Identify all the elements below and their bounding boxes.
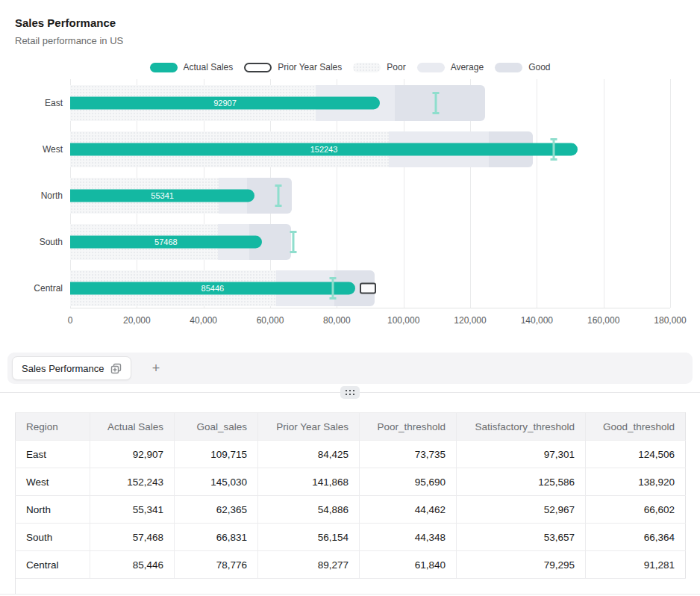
x-axis-line	[70, 308, 670, 308]
splitter-drag-handle[interactable]	[340, 386, 360, 399]
goal-marker-east[interactable]	[433, 92, 440, 114]
table-cell: 73,735	[360, 441, 457, 468]
gridline	[670, 79, 671, 308]
table-cell: 56,154	[258, 524, 360, 551]
table-cell: 91,281	[586, 551, 686, 579]
table-cell: 145,030	[175, 468, 258, 496]
goal-marker-stem	[292, 232, 294, 252]
x-tick-label: 80,000	[323, 315, 351, 326]
table-cell: 124,506	[586, 441, 686, 468]
table-header-cell: Good_threshold	[586, 413, 686, 441]
table-header-cell: Poor_threshold	[360, 413, 457, 441]
table-cell: 53,657	[457, 524, 586, 551]
table-cell: 57,468	[90, 524, 175, 551]
table-cell: East	[16, 441, 90, 468]
table-cell: 125,586	[457, 468, 586, 496]
table-header-cell: Satisfactory_threshold	[457, 413, 586, 441]
x-tick-label: 0	[68, 315, 73, 326]
table-header-cell: Goal_sales	[175, 413, 258, 441]
table-cell: 152,243	[90, 468, 175, 496]
x-tick-label: 120,000	[454, 315, 486, 326]
bar-value-label-central: 85446	[201, 284, 225, 293]
data-table: RegionActual SalesGoal_salesPrior Year S…	[15, 412, 686, 579]
goal-marker-cap	[329, 297, 336, 299]
table-cell: 62,365	[175, 496, 258, 524]
category-label-south: South	[0, 237, 63, 247]
x-tick-label: 100,000	[387, 315, 419, 326]
goal-marker-cap	[433, 112, 440, 114]
table-cell: 52,967	[457, 496, 586, 524]
duplicate-sheet-icon[interactable]	[110, 363, 122, 374]
category-label-north: North	[0, 190, 63, 201]
bar-value-label-south: 57468	[154, 238, 178, 246]
goal-marker-cap	[550, 158, 557, 161]
prior-year-marker-central[interactable]	[360, 283, 376, 294]
table-cell: 61,840	[360, 551, 457, 579]
table-cell: 44,462	[360, 496, 457, 524]
table-cell: 97,301	[457, 441, 586, 468]
goal-marker-stem	[331, 279, 334, 298]
bottom-divider	[0, 594, 700, 595]
goal-marker-south[interactable]	[290, 231, 296, 253]
table-cell: 109,715	[175, 441, 258, 468]
tab-label: Sales Performance	[22, 363, 104, 374]
table-cell: 92,907	[90, 441, 175, 468]
x-tick-label: 140,000	[521, 315, 553, 326]
sheet-tab-bar: Sales Performance +	[7, 353, 693, 384]
bar-value-label-north: 55341	[151, 191, 174, 200]
tab-sales-performance[interactable]: Sales Performance	[12, 356, 131, 380]
bar-value-label-east: 92907	[213, 99, 237, 108]
table-cell: 66,831	[175, 524, 258, 551]
x-tick-label: 40,000	[190, 315, 217, 326]
table-cell: West	[16, 468, 90, 496]
table-row: Central85,44678,77689,27761,84079,29591,…	[16, 551, 686, 579]
table-row: South57,46866,83156,15444,34853,65766,36…	[16, 524, 686, 551]
goal-marker-stem	[277, 186, 279, 205]
table-cell: 85,446	[90, 551, 175, 579]
gridline	[537, 79, 537, 308]
table-row: West152,243145,030141,86895,690125,58613…	[16, 468, 686, 496]
table-row: East92,907109,71584,42573,73597,301124,5…	[16, 441, 686, 468]
goal-marker-stem	[435, 93, 437, 113]
table-cell: 79,295	[457, 551, 586, 579]
table-cell: South	[16, 524, 90, 551]
x-tick-label: 20,000	[123, 315, 151, 326]
gridline	[604, 79, 604, 308]
category-label-east: East	[0, 98, 63, 108]
grip-dots-icon	[346, 390, 354, 395]
bullet-chart: 020,00040,00060,00080,000100,000120,0001…	[0, 0, 700, 336]
goal-marker-cap	[290, 251, 296, 253]
table-cell: 95,690	[360, 468, 457, 496]
table-cell: 138,920	[586, 468, 686, 496]
x-tick-label: 180,000	[654, 315, 686, 326]
x-tick-label: 160,000	[587, 315, 619, 326]
x-tick-label: 60,000	[257, 315, 284, 326]
table-cell: 141,868	[258, 468, 360, 496]
bar-value-label-west: 152243	[310, 145, 338, 154]
table-cell: 84,425	[258, 441, 360, 468]
add-sheet-button[interactable]: +	[143, 356, 169, 380]
category-label-central: Central	[0, 283, 63, 294]
table-header: RegionActual SalesGoal_salesPrior Year S…	[16, 413, 686, 441]
table-cell: Central	[16, 551, 90, 579]
goal-marker-west[interactable]	[550, 138, 557, 161]
table-cell: 44,348	[360, 524, 457, 551]
table-header-cell: Prior Year Sales	[258, 413, 360, 441]
table-partial-row-border	[15, 578, 16, 594]
goal-marker-stem	[552, 140, 554, 159]
table-cell: 78,776	[175, 551, 258, 579]
goal-marker-cap	[275, 205, 281, 207]
table-row: North55,34162,36554,88644,46252,96766,60…	[16, 496, 686, 524]
table-cell: 54,886	[258, 496, 360, 524]
category-label-west: West	[0, 144, 63, 155]
table-cell: 66,602	[586, 496, 686, 524]
goal-marker-north[interactable]	[275, 184, 281, 207]
goal-marker-central[interactable]	[329, 277, 336, 299]
table-cell: 66,364	[586, 524, 686, 551]
table-cell: North	[16, 496, 90, 524]
table-header-cell: Actual Sales	[90, 413, 175, 441]
table-cell: 55,341	[90, 496, 175, 524]
table-header-cell: Region	[16, 413, 90, 441]
table-cell: 89,277	[258, 551, 360, 579]
band-good-east	[395, 85, 486, 121]
